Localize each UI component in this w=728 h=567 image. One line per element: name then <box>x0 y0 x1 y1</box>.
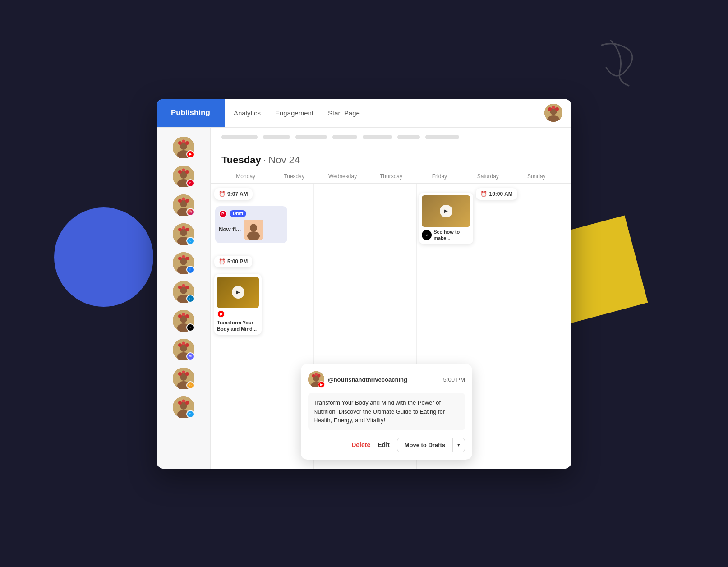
svg-point-17 <box>185 170 189 174</box>
svg-point-51 <box>178 343 182 347</box>
svg-point-65 <box>185 401 189 405</box>
sidebar-item-youtube[interactable]: ▶ <box>173 137 194 158</box>
nav-publishing[interactable]: Publishing <box>157 99 225 127</box>
svg-point-40 <box>182 284 185 287</box>
filter-pill-3[interactable] <box>295 135 327 139</box>
sidebar-item-facebook[interactable]: f <box>173 252 194 274</box>
popup-actions: Delete Edit Move to Drafts ▾ <box>308 438 465 452</box>
monday-time-badge: ⏰ 9:07 AM <box>219 191 248 197</box>
svg-point-74 <box>318 374 321 378</box>
svg-point-59 <box>185 372 189 376</box>
svg-point-53 <box>185 343 189 347</box>
date-header: Tuesday · Nov 24 <box>211 147 571 170</box>
sidebar-item-twitter2[interactable]: t <box>173 396 194 418</box>
day-saturday: Saturday <box>464 170 512 183</box>
svg-point-64 <box>182 399 185 402</box>
popup-avatar-container: ▶ <box>308 371 324 387</box>
badge-tiktok: ♪ <box>186 323 194 332</box>
filter-pill-2[interactable] <box>263 135 290 139</box>
badge-twitter2: t <box>186 410 194 418</box>
monday-time: 9:07 AM <box>227 191 248 197</box>
draft-text: New fl... <box>219 226 241 233</box>
friday-post-card[interactable]: ▶ ♪ See how to make... <box>419 193 473 244</box>
monday-post-card[interactable]: ▶ ▶ Transform Your Body and Mind... <box>214 274 262 335</box>
draft-badge: Draft <box>230 210 246 217</box>
popup-time: 5:00 PM <box>443 376 465 383</box>
post-text: Transform Your Body and Mind... <box>217 319 259 332</box>
svg-point-29 <box>185 228 189 231</box>
svg-point-57 <box>178 372 182 376</box>
svg-point-16 <box>182 168 185 171</box>
svg-point-3 <box>548 107 552 111</box>
nav-tabs: Analytics Engagement Start Page <box>225 99 544 127</box>
saturday-time-card: ⏰ 10:00 AM <box>476 188 517 200</box>
monday-time2-card: ⏰ 5:00 PM <box>214 256 252 267</box>
day-tuesday: Tuesday <box>270 170 318 183</box>
move-to-drafts-button[interactable]: Move to Drafts ▾ <box>397 438 465 452</box>
filter-pill-1[interactable] <box>221 135 258 139</box>
sidebar-item-twitter[interactable]: t <box>173 223 194 245</box>
svg-point-52 <box>182 341 185 345</box>
popup-user-info: ▶ @nourishandthrivecoaching <box>308 371 407 387</box>
col-sunday <box>520 184 571 469</box>
svg-point-22 <box>182 197 185 200</box>
svg-point-45 <box>178 314 182 318</box>
day-friday: Friday <box>415 170 464 183</box>
friday-post-text: See how to make... <box>433 229 470 242</box>
svg-point-35 <box>185 257 189 260</box>
filter-pill-7[interactable] <box>425 135 459 139</box>
friday-content: ♪ See how to make... <box>422 229 470 242</box>
tab-analytics[interactable]: Analytics <box>234 107 261 119</box>
user-avatar[interactable] <box>544 104 562 122</box>
monday-time-card: ⏰ 9:07 AM <box>214 188 253 200</box>
svg-point-47 <box>185 314 189 318</box>
filter-pill-5[interactable] <box>363 135 392 139</box>
svg-point-21 <box>178 199 182 203</box>
svg-point-4 <box>552 106 555 109</box>
sidebar-item-google[interactable]: G <box>173 368 194 389</box>
bg-circle-decoration <box>54 207 153 307</box>
tab-start-page[interactable]: Start Page <box>328 107 360 119</box>
badge-mastodon: M <box>186 352 194 360</box>
sidebar-item-mastodon[interactable]: M <box>173 339 194 360</box>
play-button-icon: ▶ <box>232 286 244 299</box>
friday-play-icon: ▶ <box>440 205 452 217</box>
svg-point-23 <box>185 199 189 203</box>
svg-point-11 <box>185 141 189 145</box>
day-monday: Monday <box>221 170 270 183</box>
svg-point-39 <box>178 286 182 289</box>
tiktok-platform-icon: ♪ <box>422 230 432 240</box>
draft-platform-icon: P <box>219 210 227 218</box>
popup-body-text: Transform Your Body and Mind with the Po… <box>313 399 445 424</box>
day-wednesday: Wednesday <box>318 170 367 183</box>
clock-icon2: ⏰ <box>219 258 226 265</box>
sidebar-item-linkedin[interactable]: in <box>173 281 194 303</box>
filter-bar <box>211 128 571 147</box>
post-thumbnail: ▶ <box>217 277 259 308</box>
move-to-drafts-arrow[interactable]: ▾ <box>453 438 465 452</box>
move-to-drafts-main[interactable]: Move to Drafts <box>397 438 453 452</box>
svg-point-15 <box>178 170 182 174</box>
svg-point-46 <box>182 313 185 316</box>
clock-icon: ⏰ <box>219 191 226 197</box>
badge-linkedin: in <box>186 295 194 303</box>
top-nav: Publishing Analytics Engagement Start Pa… <box>157 99 571 128</box>
popup-edit-button[interactable]: Edit <box>378 441 389 448</box>
popup-delete-button[interactable]: Delete <box>351 441 370 448</box>
popup-platform-badge: ▶ <box>318 381 325 388</box>
publishing-label: Publishing <box>171 108 210 117</box>
tab-engagement[interactable]: Engagement <box>275 107 313 119</box>
svg-point-34 <box>182 255 185 258</box>
badge-instagram: ◎ <box>186 208 194 216</box>
badge-google: G <box>186 381 194 389</box>
main-content: Tuesday · Nov 24 Monday Tuesday Wednesda… <box>211 128 571 469</box>
draft-thumbnail <box>244 220 263 240</box>
col-saturday: ⏰ 10:00 AM <box>468 184 520 469</box>
filter-pill-6[interactable] <box>397 135 420 139</box>
popup-header: ▶ @nourishandthrivecoaching 5:00 PM <box>308 371 465 387</box>
filter-pill-4[interactable] <box>332 135 357 139</box>
svg-point-5 <box>555 107 559 111</box>
sidebar-item-tiktok[interactable]: ♪ <box>173 310 194 332</box>
sidebar-item-pinterest[interactable]: P <box>173 166 194 187</box>
sidebar-item-instagram[interactable]: ◎ <box>173 194 194 216</box>
